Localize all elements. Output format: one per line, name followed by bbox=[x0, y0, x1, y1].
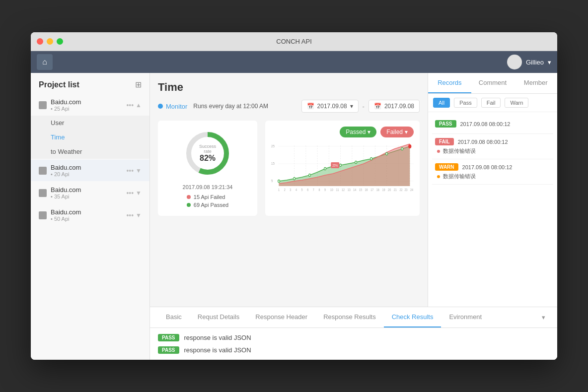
svg-text:8: 8 bbox=[318, 188, 320, 192]
close-button[interactable] bbox=[37, 38, 43, 45]
tab-check-results[interactable]: Check Results bbox=[384, 307, 441, 327]
passed-count-label: 69 Api Passed bbox=[194, 202, 228, 208]
svg-text:20: 20 bbox=[388, 188, 391, 192]
svg-point-19 bbox=[278, 180, 280, 183]
project-header-4[interactable]: Baidu.com • 50 Api ••• ▼ bbox=[31, 204, 149, 226]
tab-response-header[interactable]: Response Header bbox=[247, 307, 315, 327]
svg-point-20 bbox=[294, 178, 295, 180]
tab-basic[interactable]: Basic bbox=[158, 307, 190, 327]
legend-passed: 69 Api Passed bbox=[187, 202, 228, 208]
project-header-1[interactable]: Baidu.com • 25 Api ••• ▲ bbox=[31, 94, 149, 116]
legend-dot-fail bbox=[187, 195, 191, 199]
project-count-3: • 35 Api bbox=[51, 194, 126, 199]
filter-all-button[interactable]: All bbox=[433, 98, 450, 108]
svg-text:24: 24 bbox=[410, 188, 413, 192]
project-sub-items-1: User Time to Weather bbox=[31, 116, 149, 159]
project-header-3[interactable]: Baidu.com • 35 Api ••• ▼ bbox=[31, 182, 149, 203]
record-header-3: WARN 2017.09.08 08:00:12 bbox=[435, 163, 550, 171]
record-dot-warn bbox=[437, 175, 440, 178]
success-rate-value: 82% bbox=[195, 154, 220, 163]
record-item-1[interactable]: PASS 2017.09.08 08:00:12 bbox=[432, 116, 553, 134]
sub-item-time[interactable]: Time bbox=[31, 130, 149, 144]
maximize-button[interactable] bbox=[57, 38, 63, 45]
project-icon-3 bbox=[39, 189, 47, 197]
donut-center: Success rate 82% bbox=[195, 144, 220, 163]
chevron-down-icon: ▾ bbox=[548, 59, 551, 66]
legend-dot-pass bbox=[187, 203, 191, 207]
svg-text:15: 15 bbox=[359, 188, 362, 192]
project-menu-icon-4[interactable]: ••• bbox=[126, 211, 134, 219]
project-menu-icon-1[interactable]: ••• bbox=[126, 101, 134, 109]
user-menu[interactable]: Gillieo ▾ bbox=[507, 55, 551, 69]
svg-text:19: 19 bbox=[382, 188, 385, 192]
project-icon-4 bbox=[39, 211, 47, 219]
tab-response-results[interactable]: Response Results bbox=[315, 307, 384, 327]
svg-text:18: 18 bbox=[376, 188, 379, 192]
sidebar: Project list ⊞ Baidu.com • 25 Api ••• ▲ … bbox=[31, 73, 150, 360]
sub-item-weather[interactable]: to Weather bbox=[31, 144, 149, 159]
filter-failed-button[interactable]: Failed ▾ bbox=[380, 127, 414, 137]
titlebar-buttons bbox=[37, 38, 63, 45]
records-panel: Records Comment Member All bbox=[428, 73, 557, 307]
svg-text:5: 5 bbox=[301, 188, 303, 192]
filter-warn-button[interactable]: Warn bbox=[505, 98, 528, 108]
navbar: ⌂ Gillieo ▾ bbox=[31, 51, 557, 73]
area-chart: 25 15 5 bbox=[271, 141, 414, 201]
filter-fail-button[interactable]: Fail bbox=[481, 98, 501, 108]
add-project-icon[interactable]: ⊞ bbox=[135, 80, 142, 89]
project-header-2[interactable]: Baidu.com • 20 Api ••• ▼ bbox=[31, 160, 149, 181]
svg-text:9: 9 bbox=[324, 188, 326, 192]
record-header-2: FAIL 2017.09.08 08:00:12 bbox=[435, 138, 550, 145]
monitor-label: Monitor bbox=[166, 103, 187, 110]
chevron-down-icon-date: ▾ bbox=[350, 103, 353, 110]
legend-failed: 15 Api Failed bbox=[187, 194, 228, 200]
chevron-down-icon-3[interactable]: ▼ bbox=[136, 190, 142, 196]
monitor-status-dot bbox=[158, 104, 163, 109]
svg-text:16: 16 bbox=[365, 188, 368, 192]
badge-warn-1: WARN bbox=[435, 163, 458, 171]
date-to-value: 2017.09.08 bbox=[384, 103, 414, 110]
record-detail-2: 数据传输错误 bbox=[435, 147, 550, 155]
chevron-up-icon-1[interactable]: ▲ bbox=[136, 102, 142, 109]
filter-pass-button[interactable]: Pass bbox=[454, 98, 477, 108]
chart-filters: Passed ▾ Failed ▾ bbox=[271, 127, 414, 137]
svg-point-25 bbox=[370, 158, 372, 160]
tab-request-details[interactable]: Requst Details bbox=[190, 307, 248, 327]
sub-item-user[interactable]: User bbox=[31, 116, 149, 130]
filter-passed-button[interactable]: Passed ▾ bbox=[340, 127, 376, 137]
chevron-down-icon-2[interactable]: ▼ bbox=[136, 167, 142, 174]
tab-comment[interactable]: Comment bbox=[471, 73, 514, 93]
records-filter: All Pass Fail Warn bbox=[428, 94, 557, 112]
check-results-panel: PASS response is valid JSON PASS respons… bbox=[150, 328, 557, 360]
record-dot-fail bbox=[437, 150, 440, 153]
record-item-3[interactable]: WARN 2017.09.08 08:00:12 数据传输错误 bbox=[432, 159, 553, 185]
tab-member[interactable]: Member bbox=[514, 73, 557, 93]
project-info-3: Baidu.com • 35 Api bbox=[51, 186, 126, 199]
home-button[interactable]: ⌂ bbox=[37, 54, 53, 70]
project-name-2: Baidu.com bbox=[51, 164, 126, 171]
donut-legend: 15 Api Failed 69 Api Passed bbox=[187, 194, 228, 208]
project-menu-icon-2[interactable]: ••• bbox=[126, 167, 134, 175]
success-rate-label: Success rate bbox=[195, 144, 220, 154]
tab-arrow-icon[interactable]: ▾ bbox=[538, 314, 549, 321]
date-to-picker[interactable]: 📅 2017.09.08 bbox=[368, 100, 420, 113]
date-from-picker[interactable]: 📅 2017.09.08 ▾ bbox=[301, 100, 359, 113]
check-item-2: PASS response is valid JSON bbox=[158, 346, 549, 354]
titlebar: CONCH API bbox=[31, 32, 557, 51]
svg-point-24 bbox=[355, 161, 357, 164]
project-menu-icon-3[interactable]: ••• bbox=[126, 189, 134, 197]
svg-text:1: 1 bbox=[278, 188, 280, 192]
record-item-2[interactable]: FAIL 2017.09.08 08:00:12 数据传输错误 bbox=[432, 134, 553, 159]
minimize-button[interactable] bbox=[47, 38, 53, 45]
monitor-badge: Monitor bbox=[158, 103, 187, 110]
tab-environment[interactable]: Evironment bbox=[441, 307, 490, 327]
badge-pass-1: PASS bbox=[435, 120, 456, 128]
stats-timestamp: 2017.09.08 19:21:34 bbox=[183, 184, 233, 190]
chevron-down-icon-4[interactable]: ▼ bbox=[136, 212, 142, 219]
tab-records[interactable]: Records bbox=[428, 73, 471, 93]
svg-text:5: 5 bbox=[271, 179, 273, 183]
date-from-value: 2017.09.08 bbox=[317, 103, 347, 110]
calendar-icon-2: 📅 bbox=[374, 103, 381, 110]
project-icon-1 bbox=[39, 101, 47, 109]
check-text-1: response is valid JSON bbox=[184, 334, 251, 341]
